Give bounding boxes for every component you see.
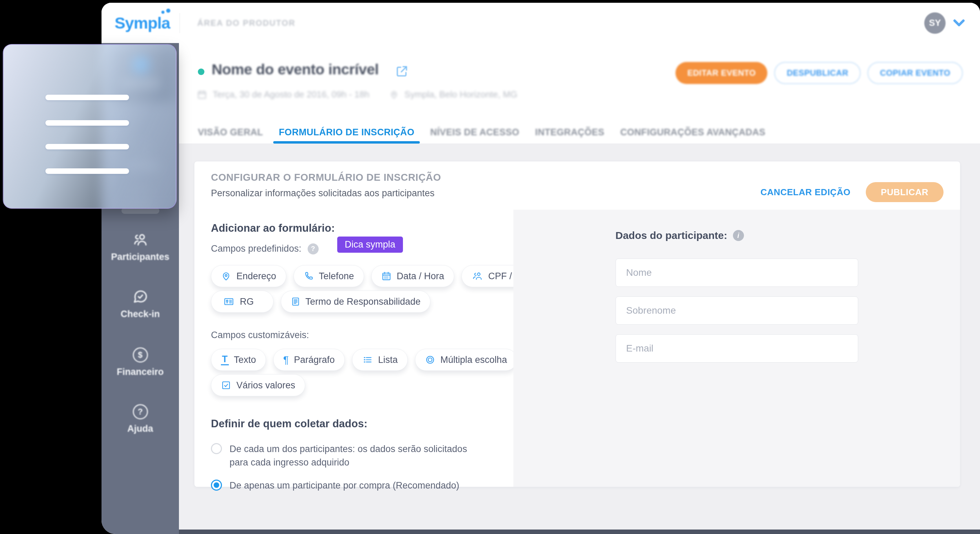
edit-event-icon[interactable] bbox=[395, 64, 409, 80]
field-chip-paragrafo[interactable]: ¶ Parágrafo bbox=[273, 349, 345, 371]
chevron-down-icon[interactable] bbox=[953, 19, 965, 27]
divider bbox=[180, 13, 180, 33]
radio-circle-icon bbox=[425, 355, 435, 365]
participants-icon bbox=[132, 232, 149, 247]
field-chip-texto[interactable]: T Texto bbox=[211, 349, 266, 371]
document-icon bbox=[291, 296, 301, 307]
finance-icon: $ bbox=[133, 347, 148, 363]
participant-data-heading: Dados do participante: bbox=[616, 230, 727, 241]
skeleton-bar bbox=[45, 168, 129, 174]
top-bar: Sympla ÁREA DO PRODUTOR SY bbox=[102, 3, 980, 43]
predefined-chip-row-2: RG Termo de Responsabilidade bbox=[211, 290, 498, 312]
skeleton-bar bbox=[45, 144, 129, 150]
calendar-icon bbox=[197, 89, 207, 100]
map-pin-icon bbox=[221, 271, 231, 282]
phone-icon bbox=[304, 271, 314, 281]
form-builder-column: Adicionar ao formulário: Campos predefin… bbox=[194, 210, 514, 487]
cancel-edit-link[interactable]: CANCELAR EDIÇÃO bbox=[760, 187, 851, 198]
event-title: Nome do evento incrível bbox=[212, 61, 379, 78]
radio-option-each-participant[interactable]: De cada um dos participantes: os dados s… bbox=[211, 442, 498, 469]
portal-label: ÁREA DO PRODUTOR bbox=[197, 18, 295, 28]
status-dot bbox=[198, 69, 204, 75]
unpublish-button[interactable]: DESPUBLICAR bbox=[774, 62, 861, 84]
brand-text: Sympla bbox=[115, 14, 170, 32]
checkin-icon bbox=[132, 289, 149, 305]
sidebar-item-label: Participantes bbox=[111, 252, 170, 262]
field-chip-varios-valores[interactable]: Vários valores bbox=[211, 374, 305, 396]
checkbox-icon bbox=[221, 380, 231, 391]
logo-dot bbox=[166, 9, 170, 13]
event-actions: EDITAR EVENTO DESPUBLICAR COPIAR EVENTO bbox=[676, 62, 963, 84]
participant-data-panel: Dados do participante: i bbox=[514, 210, 960, 487]
field-chip-lista[interactable]: Lista bbox=[352, 349, 408, 371]
radio-option-one-per-purchase[interactable]: De apenas um participante por compra (Re… bbox=[211, 479, 498, 493]
collect-data-heading: Definir de quem coletar dados: bbox=[211, 418, 498, 430]
text-icon: T bbox=[221, 355, 229, 365]
field-chip-rg[interactable]: RG bbox=[211, 290, 274, 312]
sidebar-item-label: Check-in bbox=[121, 309, 160, 319]
tab-bar: VISÃO GERAL FORMULÁRIO DE INSCRIÇÃO NÍVE… bbox=[198, 121, 765, 143]
form-config-card: CONFIGURAR O FORMULÁRIO DE INSCRIÇÃO Per… bbox=[194, 161, 960, 487]
main-area: Nome do evento incrível T bbox=[179, 43, 980, 534]
window-bottom-edge bbox=[179, 529, 980, 534]
copy-event-button[interactable]: COPIAR EVENTO bbox=[867, 62, 963, 84]
avatar[interactable]: SY bbox=[924, 13, 946, 34]
card-header: CONFIGURAR O FORMULÁRIO DE INSCRIÇÃO Per… bbox=[194, 161, 960, 210]
tab-integracoes[interactable]: INTEGRAÇÕES bbox=[535, 121, 604, 143]
predefined-fields-label: Campos predefinidos: bbox=[211, 244, 301, 254]
logo-dot bbox=[161, 11, 164, 14]
edit-event-button[interactable]: EDITAR EVENTO bbox=[676, 62, 767, 84]
email-field[interactable] bbox=[616, 334, 858, 363]
info-icon[interactable]: i bbox=[733, 230, 744, 241]
sidebar-item-ajuda[interactable]: ? Ajuda bbox=[102, 404, 179, 434]
pilcrow-icon: ¶ bbox=[283, 355, 289, 365]
tab-configuracoes-avancadas[interactable]: CONFIGURAÇÕES AVANÇADAS bbox=[620, 121, 765, 143]
card-subtitle: Personalizar informações solicitadas aos… bbox=[211, 188, 441, 199]
users-icon bbox=[471, 271, 483, 281]
radio-selected[interactable] bbox=[211, 480, 222, 491]
skeleton-bar bbox=[45, 95, 129, 100]
sympla-tip-badge: Dica sympla bbox=[337, 236, 403, 253]
map-pin-icon bbox=[389, 89, 399, 100]
custom-chip-row-1: T Texto ¶ Parágrafo bbox=[211, 349, 498, 371]
field-chip-data-hora[interactable]: Data / Hora bbox=[371, 265, 454, 287]
sidebar-item-label: Ajuda bbox=[127, 424, 153, 434]
tab-visao-geral[interactable]: VISÃO GERAL bbox=[198, 121, 263, 143]
event-meta: Terça, 30 de Agosto de 2016, 09h - 18h S… bbox=[197, 89, 517, 100]
help-icon: ? bbox=[133, 404, 148, 419]
app-window: Sympla ÁREA DO PRODUTOR SY bbox=[102, 3, 980, 534]
event-header: Nome do evento incrível T bbox=[179, 43, 980, 144]
event-date: Terça, 30 de Agosto de 2016, 09h - 18h bbox=[213, 89, 369, 100]
custom-fields-label: Campos customizáveis: bbox=[211, 330, 498, 341]
field-chip-endereco[interactable]: Endereço bbox=[211, 265, 286, 287]
sympla-logo[interactable]: Sympla bbox=[115, 13, 170, 32]
sidebar-item-label: Financeiro bbox=[117, 367, 164, 377]
publish-button[interactable]: PUBLICAR bbox=[866, 182, 943, 202]
sidebar-item-financeiro[interactable]: $ Financeiro bbox=[102, 347, 179, 377]
field-chip-multipla-escolha[interactable]: Múltipla escolha bbox=[415, 349, 517, 371]
sidebar-item-checkin[interactable]: Check-in bbox=[102, 289, 179, 319]
sidebar-item-participantes[interactable]: Participantes bbox=[102, 232, 179, 262]
frosted-overlay-card bbox=[3, 44, 177, 209]
page: Sympla ÁREA DO PRODUTOR SY bbox=[0, 0, 980, 534]
calendar-icon bbox=[381, 271, 391, 281]
skeleton-bar bbox=[45, 120, 129, 126]
custom-chip-row-2: Vários valores bbox=[211, 374, 498, 396]
list-icon bbox=[362, 355, 373, 365]
content-area: CONFIGURAR O FORMULÁRIO DE INSCRIÇÃO Per… bbox=[179, 144, 980, 534]
tab-formulario-de-inscricao[interactable]: FORMULÁRIO DE INSCRIÇÃO bbox=[279, 121, 414, 143]
add-to-form-heading: Adicionar ao formulário: bbox=[211, 222, 498, 234]
field-chip-termo[interactable]: Termo de Responsabilidade bbox=[281, 290, 431, 312]
name-field[interactable] bbox=[616, 258, 858, 287]
id-card-icon bbox=[223, 296, 235, 307]
topbar-right: SY bbox=[924, 13, 965, 34]
field-chip-telefone[interactable]: Telefone bbox=[294, 265, 364, 287]
radio-unselected[interactable] bbox=[211, 443, 222, 454]
card-title: CONFIGURAR O FORMULÁRIO DE INSCRIÇÃO bbox=[211, 172, 441, 183]
predefined-chip-row-1: Endereço Telefone bbox=[211, 265, 498, 287]
surname-field[interactable] bbox=[616, 296, 858, 325]
tab-niveis-de-acesso[interactable]: NÍVEIS DE ACESSO bbox=[430, 121, 519, 143]
help-circle-icon[interactable]: ? bbox=[308, 244, 319, 254]
event-location: Sympla, Belo Horizonte, MG bbox=[404, 89, 517, 100]
